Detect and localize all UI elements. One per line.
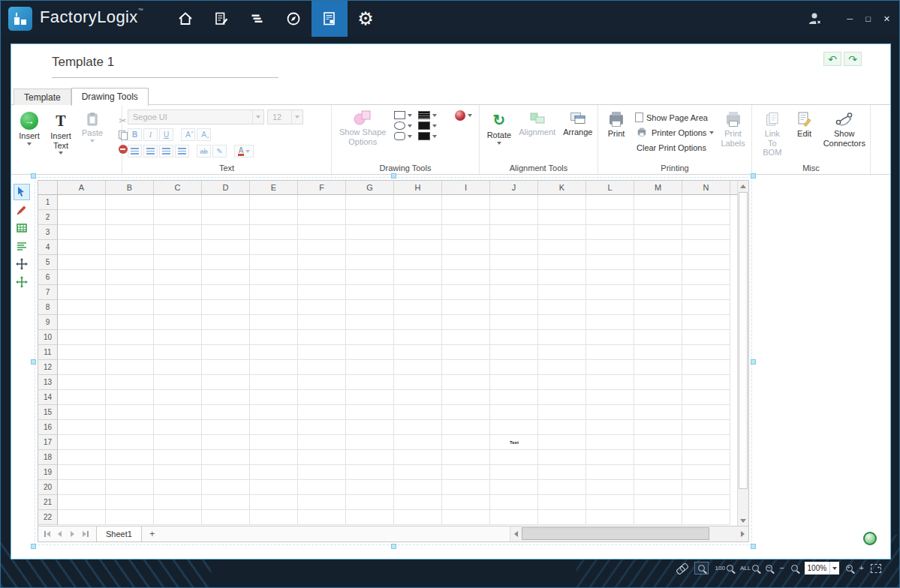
row-header-11[interactable]: 11 bbox=[38, 345, 58, 360]
cell-F12[interactable] bbox=[298, 360, 346, 375]
edit-button[interactable]: Edit bbox=[792, 110, 817, 140]
font-size-dropdown[interactable] bbox=[291, 110, 303, 124]
row-header-22[interactable]: 22 bbox=[38, 510, 58, 525]
cell-N2[interactable] bbox=[682, 210, 730, 225]
selection-handle-sw[interactable] bbox=[31, 544, 36, 549]
cell-K6[interactable] bbox=[538, 270, 586, 285]
cell-L7[interactable] bbox=[586, 285, 634, 300]
cell-B18[interactable] bbox=[106, 450, 154, 465]
scroll-up-button[interactable] bbox=[738, 181, 748, 191]
cell-B7[interactable] bbox=[106, 285, 154, 300]
cell-E9[interactable] bbox=[250, 315, 298, 330]
cell-C13[interactable] bbox=[154, 375, 202, 390]
cell-H2[interactable] bbox=[394, 210, 442, 225]
cell-N5[interactable] bbox=[682, 255, 730, 270]
cell-J8[interactable] bbox=[490, 300, 538, 315]
cell-I5[interactable] bbox=[442, 255, 490, 270]
nav-materials-button[interactable] bbox=[239, 1, 275, 37]
cell-C20[interactable] bbox=[154, 480, 202, 495]
cell-D9[interactable] bbox=[202, 315, 250, 330]
cell-D15[interactable] bbox=[202, 405, 250, 420]
cell-I7[interactable] bbox=[442, 285, 490, 300]
zoom-dropdown[interactable] bbox=[829, 562, 839, 574]
cell-J7[interactable] bbox=[490, 285, 538, 300]
cell-K21[interactable] bbox=[538, 495, 586, 510]
cell-F6[interactable] bbox=[298, 270, 346, 285]
nav-forms-button[interactable] bbox=[203, 1, 239, 37]
cell-C5[interactable] bbox=[154, 255, 202, 270]
draw-tool-button[interactable] bbox=[14, 202, 30, 218]
zoom-out-button[interactable]: − bbox=[766, 565, 772, 572]
print-button[interactable]: Print bbox=[604, 109, 629, 140]
cell-N9[interactable] bbox=[682, 315, 730, 330]
cell-F14[interactable] bbox=[298, 390, 346, 405]
cell-E11[interactable] bbox=[250, 345, 298, 360]
cell-L17[interactable] bbox=[586, 435, 634, 450]
selection-handle-nw[interactable] bbox=[31, 173, 36, 178]
cell-C4[interactable] bbox=[154, 240, 202, 255]
cell-I11[interactable] bbox=[442, 345, 490, 360]
cell-D3[interactable] bbox=[202, 225, 250, 240]
grid-corner-cell[interactable] bbox=[38, 181, 58, 195]
zoom-100-button[interactable]: 100 bbox=[715, 565, 733, 572]
column-header-K[interactable]: K bbox=[538, 181, 586, 195]
cell-N20[interactable] bbox=[682, 480, 730, 495]
cell-K12[interactable] bbox=[538, 360, 586, 375]
cell-D1[interactable] bbox=[202, 195, 250, 210]
cell-L10[interactable] bbox=[586, 330, 634, 345]
cell-J5[interactable] bbox=[490, 255, 538, 270]
cell-D17[interactable] bbox=[202, 435, 250, 450]
cell-N3[interactable] bbox=[682, 225, 730, 240]
cell-F1[interactable] bbox=[298, 195, 346, 210]
cell-C2[interactable] bbox=[154, 210, 202, 225]
tab-drawing-tools[interactable]: Drawing Tools bbox=[71, 88, 149, 106]
cell-A4[interactable] bbox=[58, 240, 106, 255]
cell-I20[interactable] bbox=[442, 480, 490, 495]
vertical-scroll-thumb[interactable] bbox=[739, 192, 748, 489]
strikethrough-button[interactable]: ab bbox=[197, 145, 211, 158]
cell-L14[interactable] bbox=[586, 390, 634, 405]
cell-A10[interactable] bbox=[58, 330, 106, 345]
cell-D18[interactable] bbox=[202, 450, 250, 465]
cell-G8[interactable] bbox=[346, 300, 394, 315]
cell-J13[interactable] bbox=[490, 375, 538, 390]
cell-C19[interactable] bbox=[154, 465, 202, 480]
close-button[interactable]: ✕ bbox=[883, 14, 890, 24]
cell-A8[interactable] bbox=[58, 300, 106, 315]
first-sheet-button[interactable] bbox=[41, 528, 53, 541]
cell-B13[interactable] bbox=[106, 375, 154, 390]
cell-H17[interactable] bbox=[394, 435, 442, 450]
cell-J1[interactable] bbox=[490, 195, 538, 210]
cell-G11[interactable] bbox=[346, 345, 394, 360]
cell-C6[interactable] bbox=[154, 270, 202, 285]
next-sheet-button[interactable] bbox=[66, 528, 79, 541]
cell-C11[interactable] bbox=[154, 345, 202, 360]
cell-G13[interactable] bbox=[346, 375, 394, 390]
minimize-button[interactable]: ─ bbox=[847, 14, 853, 23]
cell-I6[interactable] bbox=[442, 270, 490, 285]
arrange-button[interactable]: Arrange bbox=[561, 110, 594, 138]
view-navigator-button[interactable] bbox=[863, 532, 877, 545]
cell-L5[interactable] bbox=[586, 255, 634, 270]
cell-H8[interactable] bbox=[394, 300, 442, 315]
cell-H7[interactable] bbox=[394, 285, 442, 300]
zoom-in-button[interactable]: + bbox=[846, 565, 853, 572]
cell-E19[interactable] bbox=[250, 465, 298, 480]
position-tool-button[interactable] bbox=[14, 256, 30, 272]
cell-N12[interactable] bbox=[682, 360, 730, 375]
align-lines-tool-button[interactable] bbox=[14, 238, 30, 254]
selection-handle-s[interactable] bbox=[391, 544, 396, 549]
cell-C9[interactable] bbox=[154, 315, 202, 330]
row-header-1[interactable]: 1 bbox=[38, 195, 58, 210]
italic-button[interactable]: I bbox=[143, 128, 158, 141]
cell-D12[interactable] bbox=[202, 360, 250, 375]
cell-K10[interactable] bbox=[538, 330, 586, 345]
cell-M4[interactable] bbox=[634, 240, 682, 255]
cell-J2[interactable] bbox=[490, 210, 538, 225]
cell-G6[interactable] bbox=[346, 270, 394, 285]
cell-C15[interactable] bbox=[154, 405, 202, 420]
cell-E16[interactable] bbox=[250, 420, 298, 435]
undo-button[interactable]: ↶ bbox=[823, 52, 841, 66]
cell-B22[interactable] bbox=[106, 510, 154, 525]
cell-I14[interactable] bbox=[442, 390, 490, 405]
